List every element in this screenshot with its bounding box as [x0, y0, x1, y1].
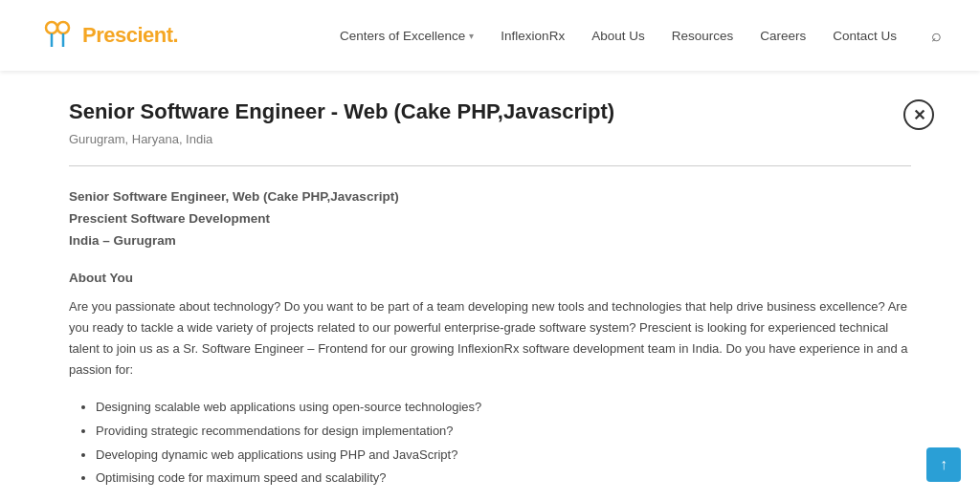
job-subtitle: Senior Software Engineer, Web (Cake PHP,…	[69, 189, 911, 204]
scroll-to-top-button[interactable]: ↑	[926, 447, 961, 482]
bullet-list: Designing scalable web applications usin…	[69, 396, 911, 490]
list-item: Providing strategic recommendations for …	[96, 420, 911, 444]
nav-item-centers[interactable]: Centers of Excellence ▾	[340, 29, 474, 43]
logo[interactable]: Prescient.	[38, 16, 178, 54]
nav-item-careers[interactable]: Careers	[760, 29, 806, 43]
nav-item-contact[interactable]: Contact Us	[833, 29, 897, 43]
job-body-text: Are you passionate about technology? Do …	[69, 296, 911, 381]
navbar: Prescient. Centers of Excellence ▾ Infle…	[0, 0, 980, 71]
svg-point-0	[46, 22, 57, 33]
nav-item-inflexionrx[interactable]: InflexionRx	[501, 29, 565, 43]
job-title: Senior Software Engineer - Web (Cake PHP…	[69, 99, 911, 124]
nav-links: Centers of Excellence ▾ InflexionRx Abou…	[340, 26, 942, 46]
nav-item-resources[interactable]: Resources	[672, 29, 734, 43]
logo-icon	[38, 16, 77, 54]
list-item: Optimising code for maximum speed and sc…	[96, 467, 911, 490]
logo-text: Prescient.	[82, 23, 178, 48]
chevron-down-icon: ▾	[469, 31, 474, 41]
list-item: Developing dynamic web applications usin…	[96, 444, 911, 468]
job-location: Gurugram, Haryana, India	[69, 132, 911, 146]
divider	[69, 165, 911, 166]
job-region: India – Gurugram	[69, 233, 911, 248]
about-you-heading: About You	[69, 271, 911, 285]
job-company: Prescient Software Development	[69, 211, 911, 226]
nav-item-about[interactable]: About Us	[591, 29, 645, 43]
list-item: Designing scalable web applications usin…	[96, 396, 911, 420]
svg-point-1	[57, 22, 69, 33]
close-button[interactable]: ✕	[903, 99, 934, 130]
job-content: ✕ Senior Software Engineer - Web (Cake P…	[31, 99, 949, 490]
search-icon[interactable]: ⌕	[931, 26, 942, 46]
